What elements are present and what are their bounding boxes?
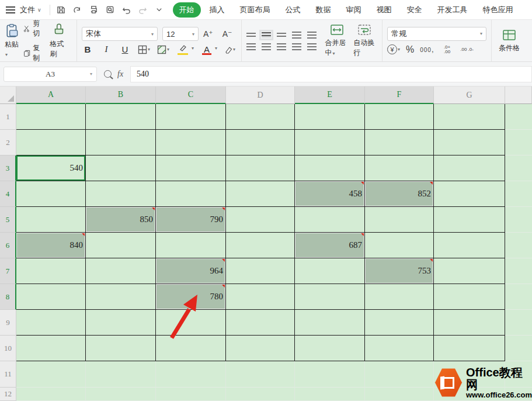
column-header-D[interactable]: D — [226, 87, 295, 104]
cell-A2[interactable] — [16, 130, 86, 155]
cell-G1[interactable] — [434, 104, 505, 130]
cell-partial-4[interactable] — [505, 181, 532, 207]
cell-C3[interactable] — [156, 155, 226, 181]
borders-button[interactable]: ▾ — [138, 45, 150, 54]
cell-A7[interactable] — [16, 258, 86, 284]
cell-G6[interactable] — [434, 233, 505, 258]
cell-E3[interactable] — [295, 155, 365, 181]
column-header-C[interactable]: C — [156, 87, 226, 104]
cell-B3[interactable] — [86, 155, 156, 181]
highlight-color-button[interactable]: ▾ — [176, 44, 189, 54]
cell-B8[interactable] — [86, 284, 156, 310]
cut-button[interactable]: 剪切 — [23, 20, 45, 39]
row-header-5[interactable]: 5 — [0, 207, 16, 233]
font-name-select[interactable]: 宋体▾ — [82, 27, 158, 41]
tab-视图[interactable]: 视图 — [370, 2, 398, 18]
cell-C12[interactable] — [156, 388, 226, 401]
row-header-10[interactable]: 10 — [0, 336, 16, 361]
align-middle-button[interactable] — [262, 32, 271, 38]
cell-G5[interactable] — [434, 207, 505, 233]
cell-F12[interactable] — [365, 388, 434, 401]
align-left-button[interactable] — [246, 43, 256, 50]
cell-B11[interactable] — [86, 361, 156, 388]
cell-E8[interactable] — [295, 284, 365, 310]
cell-G8[interactable] — [434, 284, 505, 310]
redo-icon[interactable] — [137, 4, 149, 16]
cell-partial-1[interactable] — [505, 104, 532, 130]
cell-A8[interactable] — [16, 284, 86, 310]
cell-B7[interactable] — [86, 258, 156, 284]
cell-A6[interactable]: 840 — [16, 233, 86, 258]
cell-E2[interactable] — [295, 130, 365, 155]
tab-开始[interactable]: 开始 — [173, 2, 201, 18]
distributed-button[interactable] — [307, 43, 317, 50]
fx-insert-function-icon[interactable]: fx — [117, 70, 123, 79]
cell-A10[interactable] — [16, 336, 86, 361]
percent-button[interactable]: % — [406, 44, 414, 55]
select-all-corner[interactable] — [0, 87, 16, 104]
column-header-B[interactable]: B — [86, 87, 156, 104]
save-icon[interactable] — [55, 4, 68, 16]
row-header-12[interactable]: 12 — [0, 388, 16, 401]
cell-G3[interactable] — [434, 155, 505, 181]
tab-安全[interactable]: 安全 — [401, 2, 429, 18]
cell-F7[interactable]: 753 — [365, 258, 434, 284]
search-formula-icon[interactable] — [104, 70, 112, 78]
cell-G10[interactable] — [434, 336, 505, 361]
fill-color-button[interactable]: ▾ — [157, 45, 169, 54]
cell-G7[interactable] — [434, 258, 505, 284]
output-pdf-icon[interactable] — [71, 4, 84, 16]
cell-A12[interactable] — [16, 388, 86, 401]
cell-B6[interactable] — [86, 233, 156, 258]
cell-D8[interactable] — [226, 284, 295, 310]
cell-A1[interactable] — [16, 104, 86, 130]
cell-G2[interactable] — [434, 130, 505, 155]
cell-partial-10[interactable] — [505, 336, 532, 361]
cell-F5[interactable] — [365, 207, 434, 233]
cell-D3[interactable] — [226, 155, 295, 181]
increase-indent-button[interactable] — [307, 32, 317, 39]
cell-C6[interactable] — [156, 233, 226, 258]
cell-A3[interactable]: 540 — [16, 155, 86, 181]
cell-E9[interactable] — [295, 310, 365, 336]
tab-审阅[interactable]: 审阅 — [340, 2, 368, 18]
cell-F1[interactable] — [365, 104, 434, 130]
column-header-G[interactable]: G — [434, 87, 505, 104]
cell-partial-8[interactable] — [505, 284, 532, 310]
increase-decimal-button[interactable]: .0+ .00 — [440, 45, 454, 54]
name-box[interactable]: A3▾ — [4, 67, 97, 82]
cell-C1[interactable] — [156, 104, 226, 130]
tab-开发工具[interactable]: 开发工具 — [431, 2, 474, 18]
paste-button[interactable]: 粘贴▾ — [5, 23, 20, 58]
undo-icon[interactable] — [120, 4, 133, 16]
cell-A11[interactable] — [16, 361, 86, 388]
justify-button[interactable] — [292, 43, 301, 50]
tab-页面布局[interactable]: 页面布局 — [234, 2, 277, 18]
cell-C4[interactable] — [156, 181, 226, 207]
font-size-select[interactable]: 12▾ — [162, 27, 199, 41]
column-header-F[interactable]: F — [365, 87, 434, 104]
cell-E11[interactable] — [295, 361, 365, 388]
conditional-format-button[interactable]: 条件格 — [499, 29, 520, 53]
row-header-4[interactable]: 4 — [0, 181, 16, 207]
format-painter-button[interactable]: 格式刷 — [50, 23, 68, 59]
cell-F6[interactable] — [365, 233, 434, 258]
cell-C2[interactable] — [156, 130, 226, 155]
copy-button[interactable]: 复制 — [23, 43, 45, 63]
cell-G9[interactable] — [434, 310, 505, 336]
row-header-7[interactable]: 7 — [0, 258, 16, 284]
column-header-E[interactable]: E — [295, 87, 365, 104]
cell-F4[interactable]: 852 — [365, 181, 434, 207]
cell-C5[interactable]: 790 — [156, 207, 226, 233]
align-right-button[interactable] — [277, 43, 286, 50]
column-header-partial[interactable] — [505, 87, 532, 104]
cell-D11[interactable] — [226, 361, 295, 388]
cell-F11[interactable] — [365, 361, 434, 388]
cell-F10[interactable] — [365, 336, 434, 361]
number-format-select[interactable]: 常规▾ — [387, 27, 486, 41]
cell-partial-7[interactable] — [505, 258, 532, 284]
wrap-text-button[interactable]: 自动换行 — [353, 23, 375, 58]
file-chevron-icon[interactable]: ∨ — [37, 7, 41, 13]
cell-E7[interactable] — [295, 258, 365, 284]
cell-D4[interactable] — [226, 181, 295, 207]
